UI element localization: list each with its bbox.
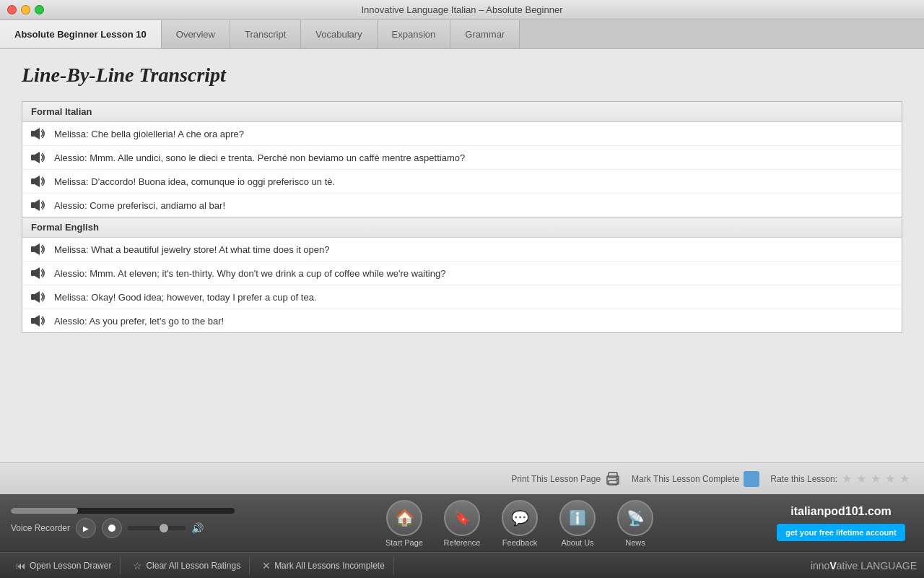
svg-rect-0 [31,131,35,137]
svg-rect-4 [31,178,35,184]
transcript-line: Alessio: Mmm. Alle undici, sono le dieci… [22,146,902,170]
transcript-text: Alessio: Mmm. At eleven; it's ten-thirty… [54,268,445,279]
nav-news-label: News [625,538,645,547]
transcript-text: Melissa: What a beautiful jewelry store!… [54,244,330,255]
home-icon: 🏠 [386,500,422,536]
x-icon: ✕ [262,560,271,571]
progress-fill [11,508,78,514]
transcript-text: Melissa: D'accordo! Buona idea, comunque… [54,176,335,187]
voice-recorder-play-button[interactable]: ▶ [76,518,96,538]
audio-icon[interactable] [30,174,47,189]
brand-url-text: italianpod101.com [790,505,892,517]
svg-rect-14 [31,318,35,324]
complete-checkbox-icon [744,471,759,487]
audio-icon[interactable] [30,242,47,256]
news-icon: 📡 [617,500,653,536]
tab-overview[interactable]: Overview [162,20,230,48]
volume-icon[interactable]: 🔊 [191,522,204,534]
audio-icon[interactable] [30,314,47,328]
star-3[interactable]: ★ [871,472,881,486]
reference-icon: 🔖 [444,500,480,536]
star-2[interactable]: ★ [856,472,866,486]
window-title: Innovative Language Italian – Absolute B… [362,4,563,15]
svg-rect-12 [31,294,35,300]
audio-icon[interactable] [30,266,47,280]
transcript-line: Melissa: Okay! Good idea; however, today… [22,285,902,309]
printer-icon [605,471,621,487]
record-icon [108,525,116,532]
footer-brand-text: inno [811,560,829,571]
nav-reference[interactable]: 🔖 Reference [435,500,489,547]
audio-icon[interactable] [30,126,47,141]
minimize-button[interactable] [21,5,30,14]
nav-feedback[interactable]: 💬 Feedback [493,500,547,547]
star-1[interactable]: ★ [842,472,852,486]
transcript-text: Alessio: Mmm. Alle undici, sono le dieci… [54,152,465,163]
play-icon: ▶ [83,525,89,532]
nav-icons: 🏠 Start Page 🔖 Reference 💬 Feedback ℹ️ A… [271,500,769,547]
clear-ratings-button[interactable]: ☆ Clear All Lesson Ratings [124,557,250,574]
progress-handle [160,524,168,532]
tab-expansion[interactable]: Expansion [378,20,451,48]
maximize-button[interactable] [35,5,44,14]
tab-vocabulary[interactable]: Vocabulary [301,20,377,48]
svg-marker-15 [35,315,40,327]
open-lesson-drawer-button[interactable]: ⏮ Open Lesson Drawer [7,557,121,574]
svg-marker-5 [35,176,40,187]
nav-start-page[interactable]: 🏠 Start Page [378,500,432,547]
brand-area: italianpod101.com get your free lifetime… [769,505,913,541]
nav-start-page-label: Start Page [385,538,423,547]
window-controls [7,5,44,14]
tab-bar: Absolute Beginner Lesson 10 Overview Tra… [0,20,924,49]
svg-marker-11 [35,267,40,279]
svg-marker-13 [35,291,40,303]
print-button[interactable]: Print This Lesson Page [511,471,621,487]
mark-incomplete-button[interactable]: ✕ Mark All Lessons Incomplete [253,557,394,574]
complete-label: Mark This Lesson Complete [632,474,739,484]
tab-lesson[interactable]: Absolute Beginner Lesson 10 [0,20,162,48]
main-window: Absolute Beginner Lesson 10 Overview Tra… [0,20,924,494]
transcript-line: Melissa: D'accordo! Buona idea, comunque… [22,170,902,194]
brand-url: italianpod101.com [790,505,892,518]
audio-icon[interactable] [30,198,47,212]
star-4[interactable]: ★ [885,472,895,486]
brand-cta-button[interactable]: get your free lifetime account [777,524,905,541]
transcript-text: Alessio: As you prefer, let's go to the … [54,316,224,327]
voice-recorder-record-button[interactable] [102,518,122,538]
transcript-text: Melissa: Che bella gioielleria! A che or… [54,129,244,139]
transcript-line: Alessio: As you prefer, let's go to the … [22,309,902,332]
nav-about-us[interactable]: ℹ️ About Us [551,500,605,547]
close-button[interactable] [7,5,17,14]
player-bar: Voice Recorder ▶ 🔊 🏠 Start Page 🔖 Refere… [0,494,924,552]
star-icon: ☆ [133,560,142,571]
footer-brand: innoVative LANGUAGE [811,560,917,571]
player-controls: Voice Recorder ▶ 🔊 [11,508,271,538]
rate-section: Rate this Lesson: ★ ★ ★ ★ ★ [770,472,910,486]
svg-marker-1 [35,128,40,139]
tab-transcript[interactable]: Transcript [230,20,301,48]
svg-marker-9 [35,243,40,255]
svg-rect-8 [31,246,35,252]
svg-rect-10 [31,270,35,276]
audio-icon[interactable] [30,290,47,304]
info-icon: ℹ️ [559,500,596,536]
voice-recorder-progress[interactable] [128,526,186,530]
rate-label: Rate this Lesson: [770,474,837,484]
english-section-header: Formal English [22,217,902,238]
transcript-line: Alessio: Come preferisci, andiamo al bar… [22,194,902,217]
svg-marker-7 [35,199,40,211]
tab-grammar[interactable]: Grammar [450,20,520,48]
english-section: Formal English Melissa: What a beautiful… [22,217,902,333]
nav-reference-label: Reference [444,538,481,547]
voice-recorder: Voice Recorder ▶ 🔊 [11,518,271,538]
progress-bar[interactable] [11,508,235,514]
feedback-icon: 💬 [502,500,538,536]
nav-news[interactable]: 📡 News [609,500,663,547]
page-title: Line-By-Line Transcript [22,64,902,87]
action-bar: Print This Lesson Page Mark This Lesson … [0,462,924,494]
content-area: Line-By-Line Transcript Formal Italian M… [0,49,924,462]
mark-complete-button[interactable]: Mark This Lesson Complete [632,471,759,487]
audio-icon[interactable] [30,150,47,165]
footer-bar: ⏮ Open Lesson Drawer ☆ Clear All Lesson … [0,552,924,578]
star-5[interactable]: ★ [899,472,910,486]
